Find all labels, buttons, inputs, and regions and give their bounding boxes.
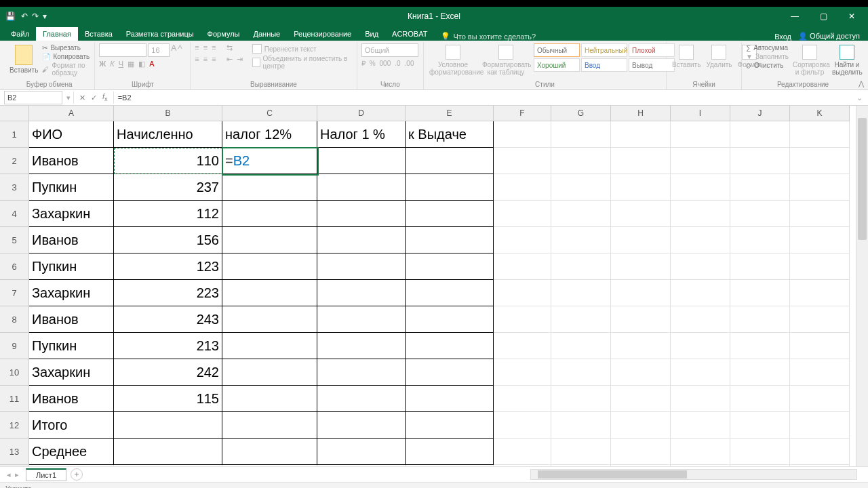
column-header-H[interactable]: H [611,106,671,121]
cell-C1[interactable]: налог 12% [222,121,317,148]
cell-D3[interactable] [317,174,406,201]
cell-A4[interactable]: Захаркин [29,201,114,227]
cell-I9[interactable] [671,333,730,359]
cell-C12[interactable] [222,412,317,439]
cell-F14[interactable] [494,465,551,467]
tab-view[interactable]: Вид [358,27,385,41]
cell-K10[interactable] [790,359,850,386]
cell-D2[interactable] [317,148,406,174]
cell-B3[interactable]: 237 [114,174,222,201]
cell-B14[interactable] [114,465,222,467]
cell-D8[interactable] [317,306,406,333]
cell-K14[interactable] [790,465,850,467]
cell-H12[interactable] [611,412,671,439]
cell-G5[interactable] [551,227,611,253]
sheet-nav-prev-icon[interactable]: ◂ [7,470,11,479]
cell-E2[interactable] [406,148,494,174]
cell-A7[interactable]: Захаркин [29,280,114,306]
cell-I2[interactable] [671,148,730,174]
sheet-nav-next-icon[interactable]: ▸ [15,470,19,479]
format-as-table-button[interactable]: Форматировать как таблицу [481,43,531,77]
cell-H8[interactable] [611,306,671,333]
insert-cells-button[interactable]: Вставить [671,43,702,70]
cell-E3[interactable] [406,174,494,201]
cell-G6[interactable] [551,253,611,280]
cell-H3[interactable] [611,174,671,201]
row-header-3[interactable]: 3 [0,174,29,201]
cell-F11[interactable] [494,386,551,412]
column-header-F[interactable]: F [494,106,551,121]
new-sheet-button[interactable]: + [71,468,83,481]
cell-E13[interactable] [406,439,494,465]
decrease-decimal-icon[interactable]: .00 [405,60,414,67]
cell-I6[interactable] [671,253,730,280]
row-header-4[interactable]: 4 [0,201,29,227]
tell-me-search[interactable]: 💡 Что вы хотите сделать? [441,32,536,41]
cell-H14[interactable] [611,465,671,467]
cell-D10[interactable] [317,359,406,386]
cell-K2[interactable] [790,148,850,174]
cell-A5[interactable]: Иванов [29,227,114,253]
cell-H4[interactable] [611,201,671,227]
cell-C9[interactable] [222,333,317,359]
collapse-ribbon-icon[interactable]: ⋀ [859,80,864,87]
font-size-combo[interactable]: 16 [148,43,170,57]
cell-K13[interactable] [790,439,850,465]
cell-K3[interactable] [790,174,850,201]
cell-J7[interactable] [730,280,790,306]
cell-G7[interactable] [551,280,611,306]
cell-A11[interactable]: Иванов [29,386,114,412]
cell-H1[interactable] [611,121,671,148]
fx-icon[interactable]: fx [102,92,108,102]
cell-K5[interactable] [790,227,850,253]
qat-dropdown-icon[interactable]: ▾ [43,12,47,21]
cell-B11[interactable]: 115 [114,386,222,412]
cell-J8[interactable] [730,306,790,333]
format-painter-button[interactable]: 🖌Формат по образцу [42,61,90,77]
spreadsheet-grid[interactable]: ABCDEFGHIJK1ФИОНачисленноналог 12%Налог … [0,106,868,466]
select-all-corner[interactable] [0,106,29,121]
cell-C11[interactable] [222,386,317,412]
cell-F6[interactable] [494,253,551,280]
cell-J13[interactable] [730,439,790,465]
cell-G9[interactable] [551,333,611,359]
tab-data[interactable]: Данные [246,27,287,41]
cell-F10[interactable] [494,359,551,386]
expand-formula-bar-icon[interactable]: ⌄ [851,94,868,102]
cell-F3[interactable] [494,174,551,201]
tab-review[interactable]: Рецензирование [287,27,358,41]
fill-color-button[interactable]: ◧ [138,60,145,68]
cell-C4[interactable] [222,201,317,227]
cell-I7[interactable] [671,280,730,306]
cell-G1[interactable] [551,121,611,148]
cell-C7[interactable] [222,280,317,306]
decrease-font-icon[interactable]: A [178,43,182,57]
increase-font-icon[interactable]: A [171,43,176,57]
cell-H2[interactable] [611,148,671,174]
cell-K6[interactable] [790,253,850,280]
cell-B4[interactable]: 112 [114,201,222,227]
sheet-tab[interactable]: Лист1 [26,468,66,481]
cell-H6[interactable] [611,253,671,280]
cell-A12[interactable]: Итого [29,412,114,439]
row-header-11[interactable]: 11 [0,386,29,412]
font-color-button[interactable]: A [149,60,154,68]
cut-button[interactable]: ✂Вырезать [42,43,90,52]
cell-C2[interactable]: =B2 [222,148,317,174]
fill-button[interactable]: ▼Заполнить [746,52,789,61]
name-box-dropdown-icon[interactable]: ▾ [64,94,73,102]
cell-J4[interactable] [730,201,790,227]
cell-D11[interactable] [317,386,406,412]
cell-A13[interactable]: Среднее [29,439,114,465]
cell-G10[interactable] [551,359,611,386]
cell-D1[interactable]: Налог 1 % [317,121,406,148]
cell-D12[interactable] [317,412,406,439]
row-header-2[interactable]: 2 [0,148,29,174]
row-header-14[interactable]: 14 [0,465,29,467]
autosum-button[interactable]: ∑Автосумма [746,43,789,52]
cell-B7[interactable]: 223 [114,280,222,306]
cell-J1[interactable] [730,121,790,148]
delete-cells-button[interactable]: Удалить [705,43,733,70]
cell-I14[interactable] [671,465,730,467]
cell-F2[interactable] [494,148,551,174]
